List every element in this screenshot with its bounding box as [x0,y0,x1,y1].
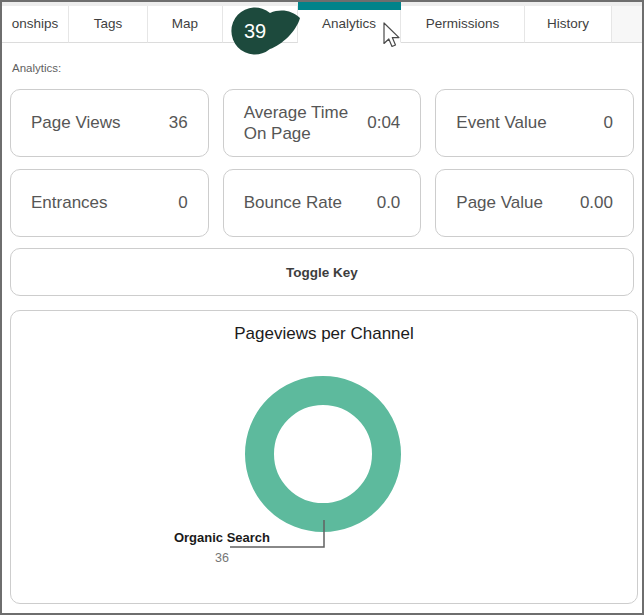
tab-bar: onships Tags Map Analytics Permissions H… [2,2,642,43]
metric-value: 0:04 [367,113,400,133]
metric-value: 0 [178,193,187,213]
pageviews-chart-card: Pageviews per Channel Organic Search 36 [10,310,638,604]
section-label: Analytics: [12,62,642,74]
metric-label: Average Time On Page [244,102,368,145]
callout-balloon-39: 39 [230,5,302,57]
donut-slice-organic-search [260,391,387,518]
metric-card-average-time-on-page: Average Time On Page 0:04 [223,89,422,157]
tab-permissions[interactable]: Permissions [401,6,525,43]
metric-value: 0.00 [580,193,613,213]
metric-card-entrances: Entrances 0 [10,169,209,237]
donut-chart [243,374,403,534]
tab-history[interactable]: History [525,6,612,43]
tab-map[interactable]: Map [148,6,223,43]
metric-card-page-views: Page Views 36 [10,89,209,157]
metric-label: Page Value [456,192,543,213]
metric-label: Page Views [31,112,120,133]
chart-title: Pageviews per Channel [11,324,637,344]
slice-label: Organic Search [167,530,277,545]
metric-value: 0.0 [377,193,401,213]
metric-card-event-value: Event Value 0 [435,89,634,157]
analytics-panel: Analytics: Page Views 36 Average Time On… [2,45,642,604]
metric-label: Bounce Rate [244,192,342,213]
mouse-cursor-icon [383,22,403,50]
callout-number: 39 [244,20,266,42]
metric-card-page-value: Page Value 0.00 [435,169,634,237]
tab-relationships-truncated[interactable]: onships [2,6,69,43]
tab-bar-filler [612,6,642,43]
metric-label: Entrances [31,192,108,213]
toggle-key-button[interactable]: Toggle Key [10,248,634,296]
app-window: onships Tags Map Analytics Permissions H… [0,0,644,615]
slice-annotation: Organic Search 36 [167,530,277,565]
active-tab-indicator [298,2,401,10]
metric-card-bounce-rate: Bounce Rate 0.0 [223,169,422,237]
slice-value: 36 [167,551,277,565]
tab-tags[interactable]: Tags [69,6,148,43]
metric-label: Event Value [456,112,546,133]
metric-value: 0 [604,113,613,133]
metric-value: 36 [169,113,188,133]
metrics-grid: Page Views 36 Average Time On Page 0:04 … [10,89,634,237]
